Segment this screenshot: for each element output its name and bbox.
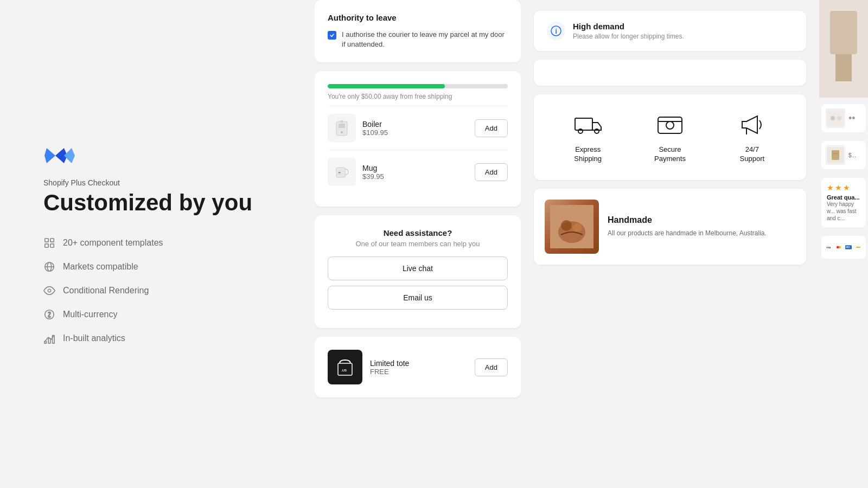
tote-name: Limited tote bbox=[370, 359, 467, 368]
authority-card: Authority to leave I authorise the couri… bbox=[315, 0, 521, 62]
chart-icon bbox=[43, 332, 55, 344]
progress-bar-bg bbox=[328, 84, 508, 88]
assistance-subtitle: One of our team members can help you bbox=[328, 240, 508, 248]
svg-point-27 bbox=[666, 121, 674, 129]
feature-item-templates: 20+ component templates bbox=[43, 237, 282, 249]
star-2: ★ bbox=[835, 183, 842, 192]
tote-image: .US bbox=[328, 350, 362, 384]
boiler-image bbox=[328, 114, 356, 142]
feature-label-templates: 20+ component templates bbox=[63, 238, 163, 248]
logo-area bbox=[43, 144, 282, 168]
mug-icon: ☕ bbox=[332, 162, 352, 182]
svg-text:.US: .US bbox=[341, 369, 347, 372]
svg-rect-23 bbox=[575, 118, 592, 130]
svg-rect-3 bbox=[50, 244, 54, 247]
progress-products-card: You're only $50.00 away from free shippi… bbox=[315, 71, 521, 207]
add-boiler-button[interactable]: Add bbox=[475, 119, 508, 137]
boiler-price: $109.95 bbox=[362, 129, 468, 137]
add-tote-button[interactable]: Add bbox=[475, 358, 508, 376]
handmade-illustration bbox=[550, 205, 593, 248]
svg-point-36 bbox=[831, 116, 835, 120]
brand-logo-icon bbox=[43, 144, 76, 168]
right-section: i High demand Please allow for longer sh… bbox=[521, 0, 868, 488]
email-us-button[interactable]: Email us bbox=[328, 286, 508, 310]
product-dots-indicator: •• bbox=[848, 113, 856, 124]
mug-price: $39.95 bbox=[362, 172, 468, 181]
boiler-name: Boiler bbox=[362, 120, 468, 129]
svg-rect-49 bbox=[857, 247, 857, 248]
mug-info: Mug $39.95 bbox=[362, 164, 468, 181]
authority-checkbox[interactable] bbox=[328, 31, 336, 40]
megaphone-icon bbox=[738, 111, 766, 139]
feature-label-multicurrency: Multi-currency bbox=[63, 310, 117, 319]
product-thumbnail-icon bbox=[827, 110, 844, 126]
svg-rect-10 bbox=[48, 338, 50, 343]
assistance-title: Need assistance? bbox=[328, 228, 508, 237]
feature-block-express: ExpressShipping bbox=[547, 111, 629, 164]
globe-icon bbox=[43, 261, 55, 273]
tote-icon: .US bbox=[331, 354, 359, 381]
tote-card: .US Limited tote FREE Add bbox=[315, 337, 521, 397]
feature-label-conditional: Conditional Rendering bbox=[63, 286, 149, 296]
feature-block-secure: SecurePayments bbox=[629, 111, 711, 164]
truck-icon bbox=[574, 111, 602, 139]
left-panel: Shopify Plus Checkout Customized by you … bbox=[0, 0, 315, 488]
svg-rect-13 bbox=[339, 124, 345, 128]
shopify-label: Shopify Plus Checkout bbox=[43, 178, 282, 187]
authority-title: Authority to leave bbox=[328, 13, 508, 22]
star-3: ★ bbox=[843, 183, 850, 192]
boiler-icon bbox=[332, 118, 352, 138]
amex-icon: AMEX bbox=[845, 241, 852, 253]
product-2-price-label: $... bbox=[848, 152, 856, 158]
high-demand-title: High demand bbox=[573, 22, 684, 31]
tote-price: FREE bbox=[370, 368, 467, 376]
high-demand-text: High demand Please allow for longer ship… bbox=[573, 22, 684, 40]
svg-rect-0 bbox=[45, 239, 48, 242]
feature-item-analytics: In-built analytics bbox=[43, 332, 282, 344]
middle-panel: Authority to leave I authorise the couri… bbox=[315, 0, 521, 488]
svg-point-37 bbox=[837, 116, 841, 120]
mug-name: Mug bbox=[362, 164, 468, 172]
stars-row: ★ ★ ★ bbox=[827, 183, 860, 192]
far-right-panel: •• $... ★ ★ ★ Great qua bbox=[819, 0, 868, 488]
features-card: ExpressShipping SecurePayments bbox=[534, 94, 806, 180]
far-right-product-thumbnail-2 bbox=[826, 145, 845, 165]
feature-item-multicurrency: Multi-currency bbox=[43, 309, 282, 320]
secure-payments-label: SecurePayments bbox=[654, 145, 686, 164]
svg-rect-12 bbox=[336, 121, 347, 136]
assistance-card: Need assistance? One of our team members… bbox=[315, 215, 521, 328]
product-item-boiler: Boiler $109.95 Add bbox=[328, 106, 508, 150]
grid-icon bbox=[43, 237, 55, 249]
svg-text:i: i bbox=[556, 28, 557, 35]
handmade-image bbox=[545, 200, 599, 254]
review-text: Very happy w... was fast and c... bbox=[827, 201, 860, 222]
features-row: ExpressShipping SecurePayments bbox=[547, 111, 793, 164]
visa-icon: VISA bbox=[826, 241, 832, 253]
feature-item-conditional: Conditional Rendering bbox=[43, 285, 282, 297]
svg-point-14 bbox=[341, 131, 343, 133]
handmade-subtitle: All our products are handmade in Melbour… bbox=[608, 228, 767, 238]
info-icon: i bbox=[551, 25, 561, 36]
dollar-icon bbox=[43, 309, 55, 320]
far-right-product-item-2: $... bbox=[821, 141, 866, 169]
feature-item-markets: Markets compatible bbox=[43, 261, 282, 273]
mug-image: ☕ bbox=[328, 158, 356, 186]
checkmark-icon bbox=[329, 33, 335, 38]
live-chat-button[interactable]: Live chat bbox=[328, 256, 508, 280]
express-label: ExpressShipping bbox=[574, 145, 602, 164]
svg-rect-9 bbox=[44, 342, 47, 344]
far-right-top-image bbox=[819, 0, 868, 98]
handmade-text: Handmade All our products are handmade i… bbox=[608, 215, 767, 238]
handmade-title: Handmade bbox=[608, 215, 767, 225]
progress-bar-container: You're only $50.00 away from free shippi… bbox=[328, 84, 508, 100]
tote-info: Limited tote FREE bbox=[370, 359, 467, 376]
svg-rect-26 bbox=[658, 117, 682, 133]
svg-rect-15 bbox=[341, 120, 343, 123]
svg-point-31 bbox=[573, 223, 582, 232]
product-thumbnail-2-icon bbox=[827, 147, 844, 163]
add-mug-button[interactable]: Add bbox=[475, 163, 508, 181]
reviews-card: ★ ★ ★ Great qua... Very happy w... was f… bbox=[821, 178, 866, 227]
svg-rect-33 bbox=[830, 11, 857, 54]
info-icon-circle: i bbox=[547, 22, 565, 40]
authority-checkbox-label: I authorise the courier to leave my parc… bbox=[342, 30, 508, 49]
